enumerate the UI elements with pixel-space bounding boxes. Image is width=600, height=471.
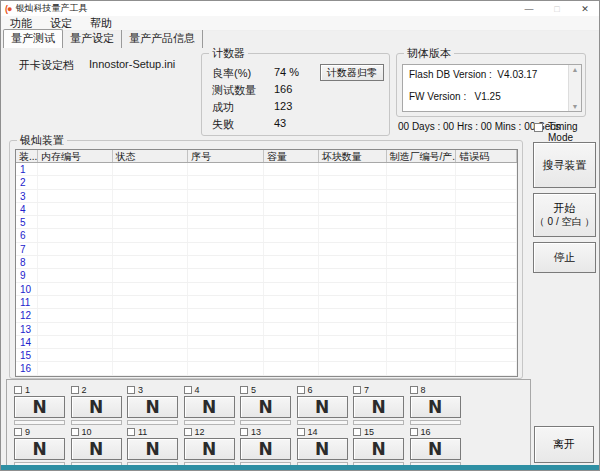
port-checkbox[interactable]	[240, 386, 248, 394]
search-device-button[interactable]: 搜寻装置	[533, 142, 596, 188]
table-row[interactable]: 10	[16, 283, 517, 296]
column-header[interactable]: 制造厂编号/产...	[387, 150, 457, 162]
window-controls: — □ ✕	[515, 1, 599, 16]
port-checkbox[interactable]	[71, 386, 79, 394]
port-status-button[interactable]: N	[127, 438, 178, 460]
port-checkbox[interactable]	[127, 386, 135, 394]
device-data-cell	[264, 216, 319, 228]
port-status-button[interactable]: N	[127, 396, 178, 418]
device-data-cell	[456, 309, 517, 321]
device-data-cell	[264, 190, 319, 202]
table-row[interactable]: 6	[16, 229, 517, 242]
port-cell: 12N	[184, 426, 235, 467]
device-index-cell: 13	[16, 323, 38, 335]
port-check-row: 3	[127, 384, 178, 395]
timing-mode-checkbox[interactable]	[534, 123, 543, 132]
port-checkbox[interactable]	[353, 386, 361, 394]
table-row[interactable]: 16	[16, 362, 517, 375]
tab-production-settings[interactable]: 量产设定	[63, 30, 122, 48]
minimize-icon[interactable]: —	[515, 1, 543, 16]
menu-bar: 功能设定帮助	[1, 16, 599, 31]
port-check-row: 7	[353, 384, 404, 395]
port-status-button[interactable]: N	[353, 396, 404, 418]
port-status-button[interactable]: N	[240, 396, 291, 418]
scrollbar[interactable]: ▲ ▼	[568, 65, 581, 111]
port-checkbox[interactable]	[71, 428, 79, 436]
port-status-button[interactable]: N	[410, 438, 461, 460]
device-table[interactable]: 装...内存编号状态序号容量坏块数量制造厂编号/产...错误码 12345678…	[15, 149, 518, 377]
device-data-cell	[264, 256, 319, 268]
port-status-button[interactable]: N	[71, 438, 122, 460]
menu-item-help[interactable]: 帮助	[81, 16, 121, 31]
tab-production-test[interactable]: 量产测试	[3, 29, 63, 48]
port-checkbox[interactable]	[297, 386, 305, 394]
column-header[interactable]: 序号	[188, 150, 264, 162]
device-data-cell	[264, 176, 319, 188]
tab-production-product-info[interactable]: 量产产品信息	[122, 30, 203, 48]
port-checkbox[interactable]	[297, 428, 305, 436]
table-row[interactable]: 8	[16, 256, 517, 269]
column-header[interactable]: 内存编号	[38, 150, 113, 162]
stop-button[interactable]: 停止	[533, 242, 596, 273]
device-index-cell: 2	[16, 176, 38, 188]
device-data-cell	[456, 336, 517, 348]
port-status-button[interactable]: N	[410, 396, 461, 418]
port-status-button[interactable]: N	[184, 396, 235, 418]
port-checkbox[interactable]	[184, 386, 192, 394]
port-panel: 1N2N3N4N5N6N7N8N9N10N11N12N13N14N15N16N	[6, 379, 531, 466]
column-header[interactable]: 坏块数量	[319, 150, 387, 162]
start-button[interactable]: 开始 （ 0 / 空白 ）	[533, 193, 596, 237]
close-icon[interactable]: ✕	[571, 1, 599, 16]
column-header[interactable]: 状态	[113, 150, 189, 162]
port-status-button[interactable]: N	[71, 396, 122, 418]
device-data-cell	[319, 243, 387, 255]
port-checkbox[interactable]	[410, 386, 418, 394]
table-row[interactable]: 13	[16, 323, 517, 336]
port-checkbox[interactable]	[184, 428, 192, 436]
device-index-cell: 16	[16, 362, 38, 374]
port-status-button[interactable]: N	[353, 438, 404, 460]
table-row[interactable]: 11	[16, 296, 517, 309]
port-checkbox[interactable]	[127, 428, 135, 436]
table-row[interactable]: 3	[16, 190, 517, 203]
table-row[interactable]: 2	[16, 176, 517, 189]
maximize-icon[interactable]: □	[543, 1, 571, 16]
port-status-button[interactable]: N	[297, 438, 348, 460]
device-data-cell	[113, 190, 189, 202]
device-data-cell	[38, 216, 113, 228]
column-header[interactable]: 装...	[16, 150, 38, 162]
port-status-button[interactable]: N	[14, 438, 65, 460]
table-row[interactable]: 14	[16, 336, 517, 349]
table-row[interactable]: 4	[16, 203, 517, 216]
port-checkbox[interactable]	[353, 428, 361, 436]
device-data-cell	[38, 336, 113, 348]
table-row[interactable]: 7	[16, 243, 517, 256]
column-header[interactable]: 错误码	[456, 150, 517, 162]
port-status-button[interactable]: N	[297, 396, 348, 418]
device-data-cell	[188, 349, 264, 361]
device-data-cell	[456, 296, 517, 308]
scroll-down-icon[interactable]: ▼	[569, 103, 581, 110]
table-row[interactable]: 12	[16, 309, 517, 322]
port-checkbox[interactable]	[410, 428, 418, 436]
device-data-cell	[319, 256, 387, 268]
port-status-button[interactable]: N	[240, 438, 291, 460]
device-data-cell	[38, 323, 113, 335]
counter-row-value: 123	[274, 100, 292, 112]
table-row[interactable]: 15	[16, 349, 517, 362]
column-header[interactable]: 容量	[264, 150, 319, 162]
port-checkbox[interactable]	[14, 386, 22, 394]
device-data-cell	[38, 269, 113, 281]
device-index-cell: 9	[16, 269, 38, 281]
counter-reset-button[interactable]: 计数器归零	[320, 64, 384, 81]
port-checkbox[interactable]	[14, 428, 22, 436]
port-status-button[interactable]: N	[184, 438, 235, 460]
table-row[interactable]: 9	[16, 269, 517, 282]
table-row[interactable]: 1	[16, 163, 517, 176]
scroll-up-icon[interactable]: ▲	[569, 66, 581, 73]
exit-button[interactable]: 离开	[534, 426, 594, 463]
table-row[interactable]: 5	[16, 216, 517, 229]
device-data-cell	[456, 243, 517, 255]
port-status-button[interactable]: N	[14, 396, 65, 418]
port-checkbox[interactable]	[240, 428, 248, 436]
